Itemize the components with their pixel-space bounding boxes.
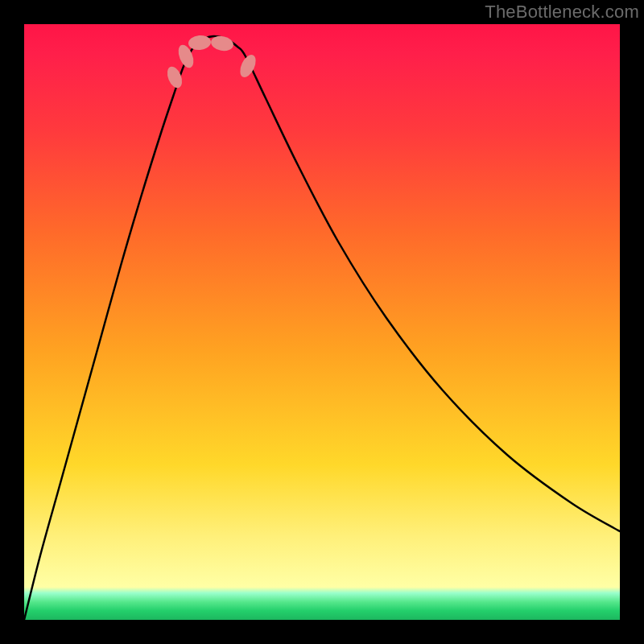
- bottleneck-curve-path: [24, 36, 620, 620]
- chart-frame: [24, 24, 620, 620]
- chart-svg: [24, 24, 620, 620]
- markers-group: [164, 35, 258, 90]
- watermark-text: TheBottleneck.com: [485, 2, 639, 23]
